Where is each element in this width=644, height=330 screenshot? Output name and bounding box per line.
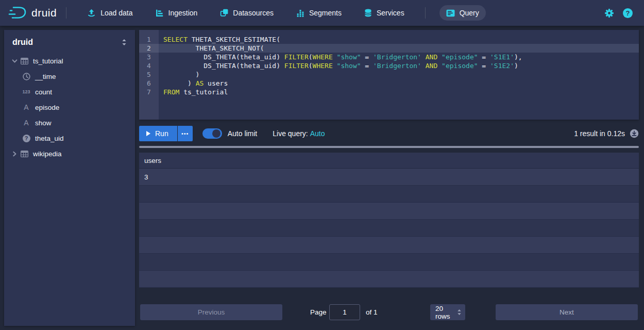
tree-item-label: ts_tutorial bbox=[33, 57, 63, 65]
auto-limit-label: Auto limit bbox=[228, 129, 258, 138]
services-icon bbox=[364, 9, 372, 17]
page-number-input[interactable] bbox=[329, 304, 360, 320]
tree-item-label: __time bbox=[35, 73, 56, 80]
nav-item-datasources[interactable]: Datasources bbox=[213, 5, 280, 21]
text-icon: A bbox=[21, 119, 32, 127]
empty-row bbox=[139, 237, 639, 254]
empty-row bbox=[139, 254, 639, 271]
schema-tree: ts_tutorial__time123countAepisodeAshow?t… bbox=[4, 53, 135, 161]
segments-icon bbox=[296, 9, 304, 17]
nav-item-label: Segments bbox=[309, 9, 342, 17]
tree-item-label: count bbox=[35, 88, 52, 96]
run-button-label: Run bbox=[155, 129, 168, 138]
clock-icon bbox=[21, 73, 32, 80]
gear-icon[interactable] bbox=[604, 8, 614, 18]
nav-item-label: Query bbox=[460, 9, 479, 17]
nav-item-label: Load data bbox=[100, 9, 132, 17]
brand[interactable]: druid bbox=[8, 5, 57, 21]
empty-row bbox=[139, 271, 639, 288]
nav-item-label: Datasources bbox=[233, 9, 274, 17]
code-line-active: 2 THETA_SKETCH_NOT( bbox=[139, 44, 639, 53]
chevron-right-icon[interactable] bbox=[10, 151, 19, 157]
table-icon bbox=[19, 151, 30, 157]
code-line: 5 ) bbox=[139, 70, 639, 79]
datasources-icon bbox=[220, 9, 228, 17]
ingestion-icon bbox=[156, 9, 164, 17]
double-caret-vertical-icon bbox=[457, 309, 462, 316]
line-number: 3 bbox=[139, 53, 159, 61]
next-page-button[interactable]: Next bbox=[496, 304, 638, 320]
unknown-icon: ? bbox=[21, 135, 32, 142]
code-text: SELECT THETA_SKETCH_ESTIMATE( bbox=[159, 35, 639, 44]
previous-page-button[interactable]: Previous bbox=[140, 304, 282, 320]
download-icon[interactable] bbox=[630, 129, 639, 138]
line-number: 5 bbox=[139, 70, 159, 79]
auto-limit-toggle[interactable] bbox=[202, 128, 222, 139]
table-icon bbox=[19, 58, 30, 64]
run-more-button[interactable]: ••• bbox=[178, 126, 193, 141]
page-size-select[interactable]: 20 rows bbox=[430, 304, 465, 320]
code-line: 3 DS_THETA(theta_uid) FILTER(WHERE "show… bbox=[139, 53, 639, 61]
play-icon bbox=[146, 131, 150, 136]
code-text: FROM ts_tutorial bbox=[159, 88, 639, 96]
tree-item-label: show bbox=[35, 119, 52, 127]
result-rows: 3 bbox=[139, 169, 639, 288]
nav-item-label: Ingestion bbox=[168, 9, 198, 17]
double-caret-vertical-icon[interactable] bbox=[122, 39, 127, 46]
tree-item-count[interactable]: 123count bbox=[4, 84, 135, 100]
tree-item-label: theta_uid bbox=[35, 135, 64, 142]
nav-item-label: Services bbox=[377, 9, 404, 17]
text-icon: A bbox=[21, 103, 32, 111]
empty-row bbox=[139, 186, 639, 203]
column-header-users[interactable]: users bbox=[139, 153, 639, 169]
nav-item-segments[interactable]: Segments bbox=[290, 5, 348, 21]
nav-item-ingestion[interactable]: Ingestion bbox=[149, 5, 205, 21]
live-query-mode-link[interactable]: Auto bbox=[310, 129, 325, 138]
code-line: 1SELECT THETA_SKETCH_ESTIMATE( bbox=[139, 35, 639, 44]
tree-item-ts_tutorial[interactable]: ts_tutorial bbox=[4, 53, 135, 69]
nav-right: ? bbox=[604, 8, 636, 18]
tree-item-theta_uid[interactable]: ?theta_uid bbox=[4, 130, 135, 146]
pagination-bar: Previous Page of 1 20 rows Next bbox=[139, 304, 639, 320]
load-data-icon bbox=[87, 9, 96, 17]
code-text: ) bbox=[159, 70, 639, 79]
sidebar-header: druid bbox=[4, 30, 135, 53]
code-text: DS_THETA(theta_uid) FILTER(WHERE "show" … bbox=[159, 53, 639, 61]
divider bbox=[425, 7, 426, 19]
result-cell[interactable]: 3 bbox=[139, 169, 639, 186]
chevron-down-icon[interactable] bbox=[10, 58, 19, 64]
tree-item-label: wikipedia bbox=[33, 150, 62, 158]
nav-item-load-data[interactable]: Load data bbox=[80, 5, 139, 21]
page-size-value: 20 rows bbox=[435, 305, 457, 320]
run-right: 1 result in 0.12s bbox=[574, 129, 639, 138]
tree-item-episode[interactable]: Aepisode bbox=[4, 100, 135, 115]
code-text: ) AS users bbox=[159, 79, 639, 88]
empty-row bbox=[139, 220, 639, 237]
code-line: 7FROM ts_tutorial bbox=[139, 88, 639, 96]
empty-row bbox=[139, 203, 639, 220]
schema-title: druid bbox=[12, 38, 33, 47]
run-bar: Run ••• Auto limit Live query:Auto 1 res… bbox=[139, 124, 639, 143]
nav-items: Load dataIngestionDatasourcesSegmentsSer… bbox=[76, 5, 490, 21]
druid-logo-icon bbox=[8, 5, 28, 21]
brand-text: druid bbox=[31, 7, 57, 19]
run-button[interactable]: Run bbox=[139, 126, 177, 141]
line-number: 7 bbox=[139, 88, 159, 96]
results-resize-handle[interactable] bbox=[139, 146, 639, 148]
tree-item-show[interactable]: Ashow bbox=[4, 115, 135, 130]
code-lines: 1SELECT THETA_SKETCH_ESTIMATE(2 THETA_SK… bbox=[139, 35, 639, 96]
schema-sidebar: druid ts_tutorial__time123countAepisodeA… bbox=[4, 30, 135, 326]
query-editor[interactable]: 1SELECT THETA_SKETCH_ESTIMATE(2 THETA_SK… bbox=[139, 30, 639, 120]
tree-item-label: episode bbox=[35, 104, 59, 111]
tree-item-wikipedia[interactable]: wikipedia bbox=[4, 146, 135, 161]
code-line: 6 ) AS users bbox=[139, 79, 639, 88]
result-summary: 1 result in 0.12s bbox=[574, 129, 625, 138]
query-icon bbox=[446, 9, 455, 17]
nav-item-services[interactable]: Services bbox=[358, 5, 411, 21]
code-text: THETA_SKETCH_NOT( bbox=[159, 44, 639, 53]
live-query-label: Live query:Auto bbox=[273, 129, 325, 138]
divider bbox=[66, 7, 66, 19]
help-icon[interactable]: ? bbox=[623, 8, 633, 18]
nav-item-query[interactable]: Query bbox=[439, 5, 486, 21]
tree-item-__time[interactable]: __time bbox=[4, 69, 135, 84]
